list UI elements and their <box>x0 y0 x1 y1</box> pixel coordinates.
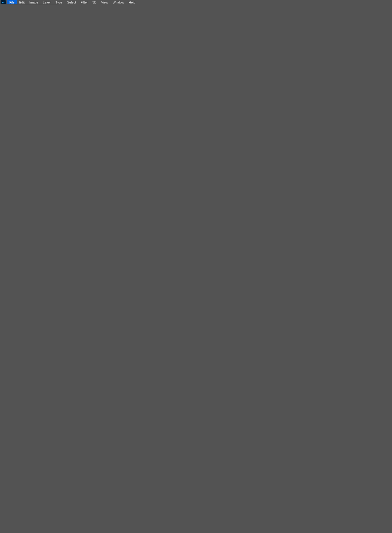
menu-select[interactable]: Select <box>65 0 79 4</box>
menu-3d[interactable]: 3D <box>90 0 99 4</box>
menu-edit[interactable]: Edit <box>17 0 27 4</box>
menu-help[interactable]: Help <box>126 0 138 4</box>
menu-view[interactable]: View <box>99 0 111 4</box>
menu-file[interactable]: File <box>7 0 17 4</box>
menu-type[interactable]: Type <box>53 0 65 4</box>
menu-image[interactable]: Image <box>27 0 41 4</box>
menubar-top: Ps FileEditImageLayerTypeSelectFilter3DV… <box>0 0 276 5</box>
menu-layer[interactable]: Layer <box>40 0 53 4</box>
ps-logo-icon: Ps <box>1 0 6 4</box>
menu-window[interactable]: Window <box>110 0 126 4</box>
menu-filter[interactable]: Filter <box>78 0 90 4</box>
